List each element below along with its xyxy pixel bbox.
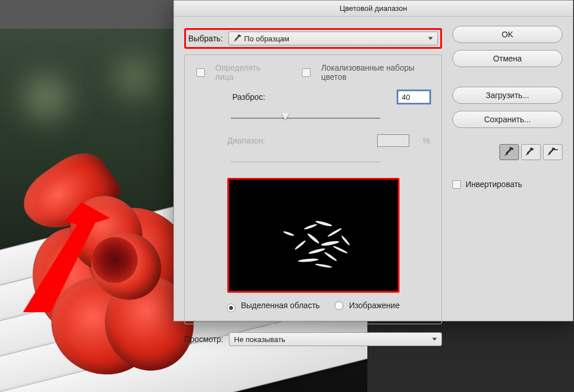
- range-label: Диапазон:: [196, 136, 265, 145]
- eyedropper-sample-button[interactable]: [499, 144, 519, 160]
- eyedropper-plus-icon: [525, 147, 537, 157]
- fuzziness-slider[interactable]: [231, 112, 424, 124]
- preview-mode-selection[interactable]: Выделенная область: [227, 301, 320, 312]
- color-range-dialog: Цветовой диапазон Выбрать: По образцам О…: [173, 0, 573, 321]
- selection-preview-dropdown[interactable]: Не показывать: [229, 332, 442, 346]
- localized-clusters-label: Локализованные наборы цветов: [321, 63, 430, 81]
- eyedropper-add-button[interactable]: [521, 144, 541, 160]
- save-button[interactable]: Сохранить...: [452, 111, 563, 128]
- select-method-value: По образцам: [244, 34, 289, 43]
- eyedropper-icon: [234, 34, 242, 42]
- eyedropper-minus-icon: [547, 147, 559, 157]
- load-button[interactable]: Загрузить...: [452, 87, 563, 104]
- selection-preview-label: Просмотр:: [184, 335, 223, 344]
- radio-image-icon: [335, 301, 343, 310]
- detect-faces-label: Определять лица: [215, 63, 274, 81]
- eyedropper-icon: [504, 147, 514, 157]
- localized-clusters-checkbox[interactable]: [302, 68, 311, 77]
- options-group: Определять лица Локализованные наборы цв…: [184, 55, 442, 324]
- range-slider: [231, 156, 424, 168]
- range-unit: %: [423, 136, 430, 145]
- invert-checkbox[interactable]: [452, 180, 461, 189]
- svg-rect-1: [554, 149, 558, 150]
- radio-selection-icon: [227, 304, 235, 312]
- preview-mode-image[interactable]: Изображение: [335, 301, 400, 312]
- cancel-button[interactable]: Отмена: [452, 50, 563, 67]
- annotation-arrow: [8, 189, 123, 321]
- range-input: [377, 134, 409, 147]
- ok-button[interactable]: OK: [452, 26, 563, 43]
- selection-preview[interactable]: [227, 178, 400, 293]
- detect-faces-checkbox: [196, 68, 205, 77]
- eyedropper-subtract-button[interactable]: [543, 144, 563, 160]
- select-method-highlight: Выбрать: По образцам: [184, 28, 442, 49]
- select-method-dropdown[interactable]: По образцам: [228, 32, 438, 45]
- svg-marker-0: [23, 202, 110, 312]
- preview-mask-content: [298, 220, 367, 277]
- fuzziness-label: Разброс:: [196, 92, 265, 102]
- select-label: Выбрать:: [188, 34, 223, 43]
- invert-label: Инвертировать: [466, 180, 522, 189]
- fuzziness-input[interactable]: [398, 91, 430, 103]
- dialog-title[interactable]: Цветовой диапазон: [174, 1, 573, 17]
